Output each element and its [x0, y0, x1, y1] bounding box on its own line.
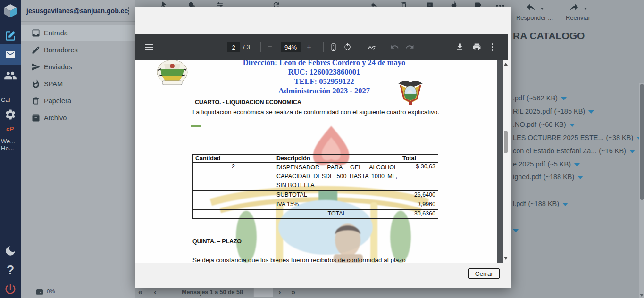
cpanel-link[interactable]: cP: [6, 125, 26, 132]
scroll-down-icon[interactable]: [640, 294, 644, 297]
folder-label: Papelera: [44, 97, 71, 105]
redo-icon: [405, 42, 414, 51]
attachment-menu-caret[interactable]: [588, 110, 594, 114]
folder-label: Enviados: [44, 63, 72, 71]
forward-icon: [569, 2, 580, 12]
attachment-item[interactable]: e 2025.pdf (~5 KB): [513, 159, 580, 169]
attachment-size: (~5 KB): [548, 160, 571, 168]
sidebar-item-borradores[interactable]: Borradores: [21, 41, 135, 58]
pdf-page-count: / 3: [243, 34, 250, 60]
reenviar-button[interactable]: Reenviar: [558, 2, 598, 21]
sidebar-item-archivo[interactable]: Archivo: [21, 109, 135, 126]
send-icon: [31, 62, 41, 72]
folder-label: Borradores: [44, 46, 78, 54]
ecuador-crest-image: [396, 79, 425, 106]
cell-cantidad: 2: [193, 163, 274, 191]
nav-contacts-button[interactable]: [0, 67, 21, 84]
green-highlight-mark: [191, 125, 201, 127]
sidebar-item-enviados[interactable]: Enviados: [21, 58, 135, 75]
page-last-button[interactable]: »: [291, 288, 295, 297]
pdf-more-button[interactable]: [492, 34, 493, 60]
sidebar-item-papelera[interactable]: Papelera: [21, 92, 135, 109]
sidebar-item-entrada[interactable]: Entrada: [21, 25, 135, 41]
pdf-viewport[interactable]: Dirección: Leon de Febres Cordero y 24 d…: [135, 60, 509, 263]
main-scrollbar-thumb[interactable]: [640, 84, 644, 200]
zoom-level-input[interactable]: 94%: [281, 42, 301, 52]
folder-label: Archivo: [44, 114, 67, 122]
flame-icon: [31, 79, 41, 89]
dark-mode-button[interactable]: [0, 243, 21, 258]
cell-total: 30,6360: [400, 210, 438, 219]
zoom-out-button[interactable]: −: [268, 34, 272, 60]
resize-handle[interactable]: [502, 280, 509, 286]
attachment-menu-caret[interactable]: [561, 97, 567, 100]
table-row: TOTAL 30,6360: [193, 210, 438, 219]
attachment-item[interactable]: [513, 225, 519, 235]
archive-icon: [31, 113, 41, 123]
logout-button[interactable]: [0, 281, 21, 297]
help-button[interactable]: ?: [0, 262, 21, 278]
cell-total: 26,6400: [400, 191, 438, 200]
attachment-menu-caret[interactable]: [513, 229, 519, 232]
attachment-item[interactable]: .NO.pdf (~60 KB): [513, 120, 575, 129]
trash-icon: [31, 96, 41, 106]
page-next-button[interactable]: ›: [278, 288, 281, 297]
pdf-page-input[interactable]: 2: [227, 42, 240, 52]
main-scrollbar[interactable]: [639, 83, 644, 298]
responder-dropdown-caret[interactable]: [540, 8, 544, 10]
cell-total: 3,9960: [400, 200, 438, 210]
undo-button[interactable]: [390, 34, 399, 60]
cerrar-button[interactable]: Cerrar: [468, 268, 500, 279]
table-row: IVA 15% 3,9960: [193, 200, 438, 210]
nav-webmail-label-line1[interactable]: We...: [1, 138, 21, 145]
compose-button[interactable]: [0, 28, 21, 43]
reenviar-dropdown-caret[interactable]: [584, 8, 587, 10]
print-icon: [472, 42, 481, 51]
attachment-item[interactable]: .pdf (~562 KB): [513, 93, 567, 103]
attachment-name: .NO.pdf: [513, 121, 536, 128]
rotate-button[interactable]: [343, 34, 352, 60]
attachment-size: (~16 KB): [599, 147, 626, 155]
attachment-item[interactable]: con el Estado Estefani Za... (~16 KB): [513, 146, 635, 156]
responder-button[interactable]: Responder ...: [514, 2, 555, 21]
print-button[interactable]: [472, 34, 481, 60]
nav-calendar-label[interactable]: Cal: [1, 96, 21, 103]
col-header-total: Total: [400, 155, 438, 163]
attachment-menu-caret[interactable]: [569, 124, 575, 127]
attachment-size: (~60 KB): [539, 121, 566, 128]
annotate-button[interactable]: [367, 34, 376, 60]
attachment-item[interactable]: l.pdf (~188 KB): [513, 199, 568, 208]
pdf-scrollbar[interactable]: [503, 60, 509, 263]
attachment-menu-caret[interactable]: [577, 176, 583, 179]
attachment-size: (~185 KB): [554, 108, 585, 115]
pdf-page: Dirección: Leon de Febres Cordero y 24 d…: [135, 60, 497, 263]
zoom-in-button[interactable]: +: [307, 34, 311, 60]
attachment-menu-caret[interactable]: [562, 203, 568, 206]
responder-label: Responder ...: [514, 14, 555, 21]
page-number-box[interactable]: [253, 288, 273, 297]
pdf-menu-button[interactable]: [145, 34, 153, 60]
nav-settings-button[interactable]: [0, 108, 21, 122]
attachment-item[interactable]: LES OCTUBRE 2025 ESTE... (~38 KB): [513, 133, 642, 142]
inbox-icon: [31, 28, 41, 38]
download-button[interactable]: [455, 34, 464, 60]
pdf-scrollbar-thumb[interactable]: [504, 131, 508, 153]
toolbar-divider: [260, 42, 261, 52]
page-first-button[interactable]: «: [138, 288, 142, 297]
section5-title: QUINTA. – PLAZO: [192, 238, 242, 245]
pdf-scroll-up-icon[interactable]: [504, 63, 508, 66]
reenviar-label: Reenviar: [558, 14, 598, 21]
page-prev-button[interactable]: ‹: [154, 288, 157, 297]
sidebar-item-spam[interactable]: SPAM: [21, 75, 135, 92]
attachment-menu-caret[interactable]: [629, 150, 635, 153]
attachment-item[interactable]: RIL 2025.pdf (~185 KB): [513, 107, 594, 116]
attachment-item[interactable]: igned.pdf (~188 KB): [513, 172, 583, 182]
pdf-scroll-down-icon[interactable]: [504, 257, 508, 260]
nav-mail-button[interactable]: [0, 44, 21, 65]
attachment-name: RIL 2025.pdf: [513, 108, 552, 115]
attachment-menu-caret[interactable]: [574, 163, 580, 166]
redo-button[interactable]: [405, 34, 414, 60]
account-menu-icon[interactable]: [128, 10, 129, 12]
nav-webmail-label-line2[interactable]: Ho...: [1, 145, 21, 152]
fit-to-page-button[interactable]: [329, 34, 338, 60]
